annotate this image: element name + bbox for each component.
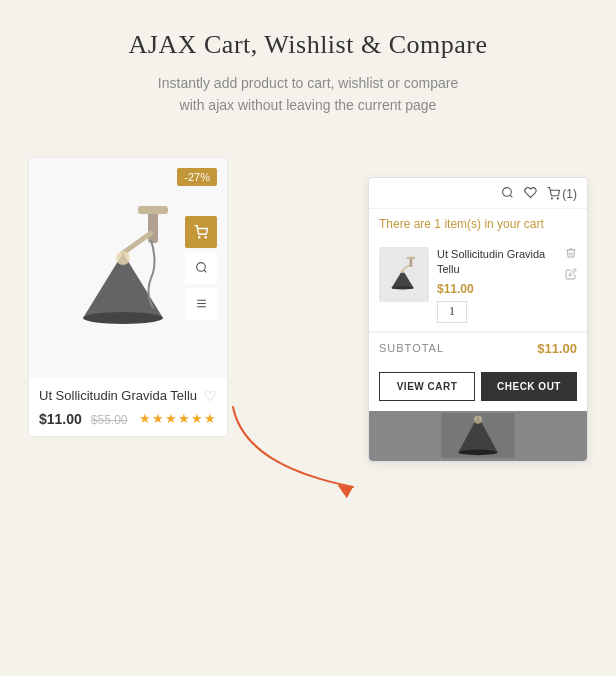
- cart-item-actions: [565, 247, 577, 283]
- cart-subtotal: SUBTOTAL $11.00: [369, 332, 587, 364]
- cart-popup: (1) There are 1 item(s) in your cart: [368, 177, 588, 462]
- cart-buttons: VIEW CART CHECK OUT: [369, 364, 587, 411]
- cart-bottom-image: [369, 411, 587, 461]
- svg-line-10: [204, 270, 206, 272]
- product-card: -27%: [28, 157, 228, 437]
- price-old: $55.00: [91, 413, 128, 427]
- price-current: $11.00: [39, 411, 82, 427]
- svg-point-7: [199, 236, 200, 237]
- svg-rect-20: [407, 257, 415, 259]
- wishlist-icon[interactable]: ♡: [204, 388, 217, 405]
- quick-view-button[interactable]: [185, 252, 217, 284]
- cart-item: Ut Sollicitudin Gravida Tellu $11.00 1: [369, 239, 587, 332]
- svg-point-24: [401, 270, 405, 274]
- svg-line-16: [510, 195, 512, 197]
- cart-icon[interactable]: (1): [547, 187, 577, 201]
- svg-point-18: [558, 198, 559, 199]
- product-actions: [185, 216, 217, 320]
- svg-point-8: [205, 236, 206, 237]
- svg-point-15: [503, 187, 512, 196]
- svg-point-6: [116, 251, 130, 265]
- page-subtitle: Instantly add product to cart, wishlist …: [158, 72, 458, 117]
- cart-message: There are 1 item(s) in your cart: [369, 209, 587, 239]
- subtotal-value: $11.00: [537, 341, 577, 356]
- cart-search-icon[interactable]: [501, 186, 514, 202]
- svg-point-27: [458, 450, 497, 456]
- discount-badge: -27%: [177, 168, 217, 186]
- edit-item-button[interactable]: [565, 268, 577, 283]
- cart-item-qty: 1: [437, 301, 467, 323]
- demo-area: -27%: [28, 157, 588, 462]
- product-image: [63, 178, 193, 358]
- remove-item-button[interactable]: [565, 247, 577, 262]
- product-image-wrapper: -27%: [29, 158, 227, 378]
- product-info: Ut Sollicitudin Gravida Tellu ♡ $11.00 $…: [29, 378, 227, 436]
- svg-point-28: [474, 416, 482, 424]
- subtotal-label: SUBTOTAL: [379, 342, 444, 354]
- view-cart-button[interactable]: VIEW CART: [379, 372, 475, 401]
- cart-wishlist-icon[interactable]: [524, 186, 537, 202]
- cart-item-price: $11.00: [437, 282, 557, 296]
- arrow-decoration: [223, 397, 383, 507]
- cart-item-name: Ut Sollicitudin Gravida Tellu: [437, 247, 557, 278]
- checkout-button[interactable]: CHECK OUT: [481, 372, 577, 401]
- svg-point-5: [83, 312, 163, 324]
- add-to-cart-button[interactable]: [185, 216, 217, 248]
- page-title: AJAX Cart, Wishlist & Compare: [129, 30, 488, 60]
- cart-popup-header: (1): [369, 178, 587, 209]
- cart-item-count: (1): [562, 187, 577, 201]
- svg-point-9: [196, 263, 205, 272]
- svg-line-2: [123, 233, 151, 253]
- svg-rect-1: [138, 206, 168, 214]
- product-stars: ★★★★★★: [139, 411, 217, 427]
- svg-point-23: [392, 287, 414, 290]
- compare-button[interactable]: [185, 288, 217, 320]
- svg-line-21: [403, 265, 411, 271]
- cart-item-details: Ut Sollicitudin Gravida Tellu $11.00 1: [437, 247, 557, 323]
- svg-point-17: [552, 198, 553, 199]
- cart-item-image: [379, 247, 429, 302]
- product-name: Ut Sollicitudin Gravida Tellu: [39, 388, 197, 403]
